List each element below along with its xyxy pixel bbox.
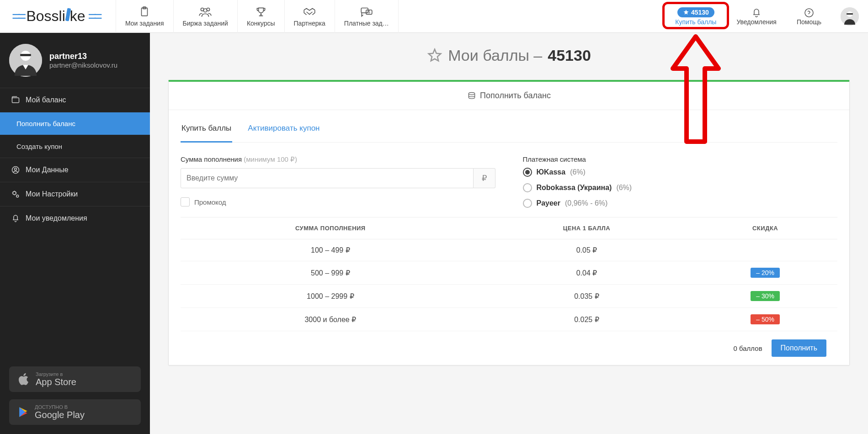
page-title: Мои баллы – 45130 xyxy=(168,47,850,64)
bell-icon xyxy=(11,214,20,223)
radio-icon xyxy=(523,199,532,208)
user-name: partner13 xyxy=(49,52,117,61)
help-button[interactable]: Помощь xyxy=(787,0,831,33)
main-content: Мои баллы – 45130 Пополнить баланс Купит… xyxy=(150,33,868,434)
top-header: == Bosslike == Мои задания Биржа заданий… xyxy=(0,0,868,33)
logo[interactable]: == Bosslike == xyxy=(9,8,102,25)
result-points: 0 баллов xyxy=(734,344,762,352)
amount-label: Сумма пополнения (минимум 100 ₽) xyxy=(181,155,495,164)
googleplay-button[interactable]: ДОСТУПНО В Google Play xyxy=(9,399,141,425)
radio-icon xyxy=(523,168,532,177)
promo-toggle[interactable]: Промокод xyxy=(181,197,495,206)
sidebar-item-mydata[interactable]: Мои Данные xyxy=(0,158,150,182)
logo-deco-left: == xyxy=(12,8,23,25)
tab-activate-coupon[interactable]: Активировать купон xyxy=(247,119,320,142)
topup-card: Пополнить баланс Купить баллы Активирова… xyxy=(168,80,850,365)
nav-task-market[interactable]: Биржа заданий xyxy=(173,0,238,33)
wallet-icon xyxy=(11,95,20,105)
tabs: Купить баллы Активировать купон xyxy=(181,119,837,143)
pay-option-robokassa[interactable]: Robokassa (Украина) (6%) xyxy=(523,183,838,192)
bell-icon xyxy=(751,7,762,18)
th-amount: СУММА ПОПОЛНЕНИЯ xyxy=(181,217,480,239)
appstore-button[interactable]: Загрузите в App Store xyxy=(9,366,141,392)
nav-paid-tasks[interactable]: $ Платные зад… xyxy=(335,0,399,33)
svg-rect-11 xyxy=(847,13,853,15)
clipboard-icon xyxy=(138,6,150,18)
table-row: 500 – 999 ₽0.04 ₽– 20% xyxy=(181,261,837,285)
sidebar-item-topup[interactable]: Пополнить баланс xyxy=(0,112,150,135)
people-icon xyxy=(198,6,212,18)
user-circle-icon xyxy=(11,165,20,175)
sidebar-item-notifications[interactable]: Мои уведомления xyxy=(0,206,150,230)
notifications-button[interactable]: Уведомления xyxy=(726,0,787,33)
nav-partner[interactable]: Партнерка xyxy=(284,0,335,33)
svg-point-18 xyxy=(13,191,16,195)
radio-icon xyxy=(523,183,532,192)
nav-contests[interactable]: Конкурсы xyxy=(237,0,285,33)
apple-icon xyxy=(17,373,30,386)
discount-badge: – 50% xyxy=(751,314,780,324)
star-outline-icon xyxy=(427,48,442,64)
sidebar-item-settings[interactable]: Мои Настройки xyxy=(0,182,150,206)
sidebar-item-create-coupon[interactable]: Создать купон xyxy=(0,135,150,158)
pay-option-yukassa[interactable]: ЮKassa (6%) xyxy=(523,168,838,177)
svg-point-20 xyxy=(469,92,474,95)
user-avatar-large xyxy=(9,44,42,77)
pay-option-payeer[interactable]: Payeer (0,96% - 6%) xyxy=(523,199,838,208)
svg-point-4 xyxy=(203,9,207,12)
avatar-icon xyxy=(9,44,42,77)
avatar-icon xyxy=(841,7,859,26)
star-icon xyxy=(683,9,689,16)
card-footer: 0 баллов Пополнить xyxy=(181,331,837,365)
currency-addon: ₽ xyxy=(474,168,495,188)
svg-rect-5 xyxy=(361,8,368,13)
submit-button[interactable]: Пополнить xyxy=(772,339,826,357)
nav-my-tasks[interactable]: Мои задания xyxy=(116,0,174,33)
checkbox-icon xyxy=(181,197,190,206)
svg-rect-14 xyxy=(20,54,31,56)
user-avatar-menu[interactable] xyxy=(841,7,859,26)
th-discount: СКИДКА xyxy=(693,217,837,239)
svg-point-19 xyxy=(16,195,19,197)
table-row: 3000 и более ₽0.025 ₽– 50% xyxy=(181,308,837,331)
svg-text:$: $ xyxy=(368,10,370,14)
coins-icon xyxy=(467,91,476,101)
svg-point-17 xyxy=(15,168,17,170)
handshake-icon xyxy=(303,6,316,18)
th-price: ЦЕНА 1 БАЛЛА xyxy=(480,217,693,239)
table-row: 100 – 499 ₽0.05 ₽ xyxy=(181,239,837,261)
svg-rect-15 xyxy=(12,98,19,103)
help-icon xyxy=(804,7,815,18)
user-email: partner@niksolovov.ru xyxy=(49,61,117,69)
chat-money-icon: $ xyxy=(360,6,373,18)
gear-icon xyxy=(11,190,20,199)
tab-buy-points[interactable]: Купить баллы xyxy=(181,119,232,143)
buy-points-button[interactable]: 45130 Купить баллы xyxy=(665,0,726,33)
points-badge: 45130 xyxy=(677,7,714,17)
store-buttons: Загрузите в App Store ДОСТУПНО В Google … xyxy=(0,357,150,434)
sidebar-item-balance[interactable]: Мой баланс xyxy=(0,88,150,112)
discount-badge: – 30% xyxy=(751,291,780,301)
card-header: Пополнить баланс xyxy=(169,82,849,110)
table-row: 1000 – 2999 ₽0.035 ₽– 30% xyxy=(181,285,837,308)
user-info: partner13 partner@niksolovov.ru xyxy=(0,33,150,88)
nav: Мои задания Биржа заданий Конкурсы Партн… xyxy=(116,0,665,33)
logo-deco-right: == xyxy=(88,8,100,25)
google-play-icon xyxy=(17,406,29,418)
pricing-table: СУММА ПОПОЛНЕНИЯ ЦЕНА 1 БАЛЛА СКИДКА 100… xyxy=(181,217,837,331)
sidebar: partner13 partner@niksolovov.ru Мой бала… xyxy=(0,33,150,434)
discount-badge: – 20% xyxy=(751,268,780,278)
header-right: 45130 Купить баллы Уведомления Помощь xyxy=(665,0,859,33)
paysystem-label: Платежная система xyxy=(523,155,838,163)
trophy-icon xyxy=(255,6,267,18)
amount-input[interactable] xyxy=(181,168,474,188)
